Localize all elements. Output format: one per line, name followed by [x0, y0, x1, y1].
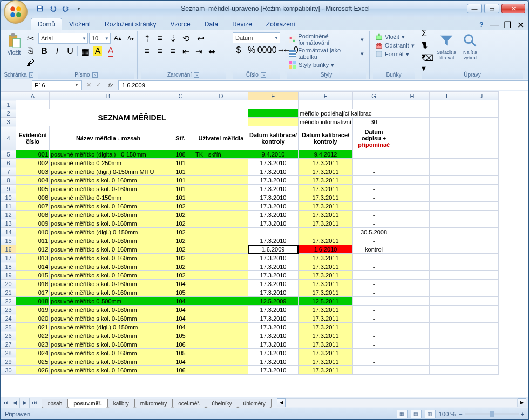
formula-input[interactable]: 1.6.2009: [118, 80, 528, 90]
col-header-B[interactable]: B: [50, 92, 167, 100]
cell[interactable]: 105: [167, 349, 194, 357]
cell[interactable]: 17.3.2010: [248, 219, 299, 228]
cell[interactable]: 108: [167, 150, 194, 159]
cell[interactable]: 011: [16, 236, 50, 245]
cell[interactable]: 021: [16, 323, 50, 331]
tab-formulas[interactable]: Vzorce: [163, 18, 197, 30]
cell[interactable]: posuvné měřítko s kol. 0-160mm: [50, 271, 167, 280]
shrink-font-icon[interactable]: A▾: [125, 32, 137, 44]
cell[interactable]: 17.3.2011: [299, 280, 353, 288]
cell[interactable]: 17.3.2011: [299, 306, 353, 314]
currency-icon[interactable]: $: [233, 44, 245, 56]
cell[interactable]: 003: [16, 167, 50, 176]
decrease-indent-icon[interactable]: ⇤: [180, 45, 192, 57]
cell[interactable]: [194, 167, 248, 176]
cell[interactable]: 17.3.2010: [248, 314, 299, 323]
row-header[interactable]: 2: [1, 109, 16, 118]
cell[interactable]: posuvné měřítko s kol. 0-160mm: [50, 280, 167, 288]
col-header-A[interactable]: A: [16, 92, 50, 100]
cell[interactable]: 17.3.2010: [248, 236, 299, 245]
cell[interactable]: 104: [167, 280, 194, 288]
cell[interactable]: 17.3.2011: [299, 323, 353, 331]
row-header[interactable]: 6: [1, 159, 16, 167]
sheet-tab[interactable]: úhelníky: [206, 399, 238, 408]
cell[interactable]: [194, 323, 248, 331]
cell[interactable]: 005: [16, 185, 50, 193]
cell[interactable]: [194, 280, 248, 288]
increase-indent-icon[interactable]: ⇥: [193, 45, 205, 57]
cell[interactable]: 024: [16, 349, 50, 357]
col-header-F[interactable]: F: [299, 92, 353, 100]
sort-filter-button[interactable]: Seřadit a filtrovat: [436, 32, 457, 60]
redo-icon[interactable]: [61, 4, 71, 13]
enter-formula-icon[interactable]: ✓: [93, 82, 103, 89]
tab-home[interactable]: Domů: [31, 18, 62, 30]
cell[interactable]: 17.3.2010: [248, 357, 299, 366]
cell[interactable]: [194, 262, 248, 271]
cell[interactable]: 17.3.2011: [299, 254, 353, 262]
cell[interactable]: [194, 185, 248, 193]
cell-styles-button[interactable]: Styly buňky ▾: [287, 60, 336, 69]
cell[interactable]: posuvné měřítko (digi.) 0-150mm: [50, 323, 167, 331]
zoom-slider[interactable]: − +: [459, 411, 524, 417]
cell[interactable]: 101: [167, 159, 194, 167]
cell[interactable]: [194, 193, 248, 202]
row-header[interactable]: 1: [1, 100, 16, 109]
cell[interactable]: 30.5.2008: [353, 228, 395, 236]
select-all-corner[interactable]: [1, 92, 16, 100]
cell[interactable]: [194, 228, 248, 236]
row-header[interactable]: 21: [1, 288, 16, 297]
cell[interactable]: 17.3.2011: [299, 211, 353, 219]
number-dialog-launcher[interactable]: ↘: [261, 72, 266, 78]
cell[interactable]: posuvné měřítko s kol. 0-160mm: [50, 211, 167, 219]
cell[interactable]: 17.3.2011: [299, 219, 353, 228]
conditional-formatting-button[interactable]: Podmíněné formátování ▾: [287, 32, 366, 46]
row-header[interactable]: 28: [1, 349, 16, 357]
maximize-button[interactable]: ▭: [484, 4, 499, 13]
cell[interactable]: 17.3.2011: [299, 262, 353, 271]
cell[interactable]: 001: [16, 150, 50, 159]
cell[interactable]: 17.3.2011: [299, 167, 353, 176]
cell[interactable]: 102: [167, 271, 194, 280]
row-header[interactable]: 23: [1, 306, 16, 314]
cell[interactable]: TK - skříň: [194, 150, 248, 159]
cell[interactable]: 015: [16, 271, 50, 280]
cell[interactable]: 1.6.2009: [248, 245, 299, 254]
row-header[interactable]: 18: [1, 262, 16, 271]
cell[interactable]: -: [353, 323, 395, 331]
find-select-button[interactable]: Najít a vybrat: [459, 32, 481, 60]
cell[interactable]: 17.3.2011: [299, 159, 353, 167]
row-header[interactable]: 19: [1, 271, 16, 280]
wrap-text-icon[interactable]: ↩: [194, 32, 206, 44]
border-icon[interactable]: ▦: [79, 45, 91, 57]
tab-insert[interactable]: Vložení: [62, 18, 98, 30]
pagelayout-view-icon[interactable]: ▤: [411, 410, 422, 418]
cell[interactable]: [194, 176, 248, 185]
sheet-tab[interactable]: ocel.měř.: [172, 399, 206, 408]
cell[interactable]: -: [353, 262, 395, 271]
spreadsheet-grid[interactable]: ABCDEFGHIJ12 SEZNAM MĚŘIDEL měřidlo podl…: [1, 91, 499, 375]
mdi-close-icon[interactable]: ✕: [516, 20, 525, 30]
cell[interactable]: -: [353, 236, 395, 245]
cell[interactable]: 104: [167, 306, 194, 314]
cell[interactable]: 013: [16, 254, 50, 262]
cell[interactable]: 17.3.2011: [299, 288, 353, 297]
cell[interactable]: 17.3.2011: [299, 357, 353, 366]
cell[interactable]: 019: [16, 306, 50, 314]
clear-icon[interactable]: ⌫ ▾: [422, 57, 433, 69]
row-header[interactable]: 7: [1, 167, 16, 176]
cell[interactable]: 102: [167, 219, 194, 228]
cell[interactable]: posuvné měřítko s kol. 0-160mm: [50, 288, 167, 297]
cell[interactable]: 018: [16, 297, 50, 306]
align-right-icon[interactable]: ≡: [167, 45, 179, 57]
cell[interactable]: 102: [167, 254, 194, 262]
cell[interactable]: -: [248, 228, 299, 236]
name-box[interactable]: E16▼: [32, 80, 82, 90]
row-header[interactable]: 8: [1, 176, 16, 185]
cell[interactable]: 12.5.2009: [248, 297, 299, 306]
col-header-D[interactable]: D: [194, 92, 248, 100]
cell[interactable]: -: [353, 314, 395, 323]
row-header[interactable]: 11: [1, 202, 16, 211]
cell[interactable]: 17.3.2010: [248, 185, 299, 193]
close-button[interactable]: ✕: [501, 4, 525, 13]
